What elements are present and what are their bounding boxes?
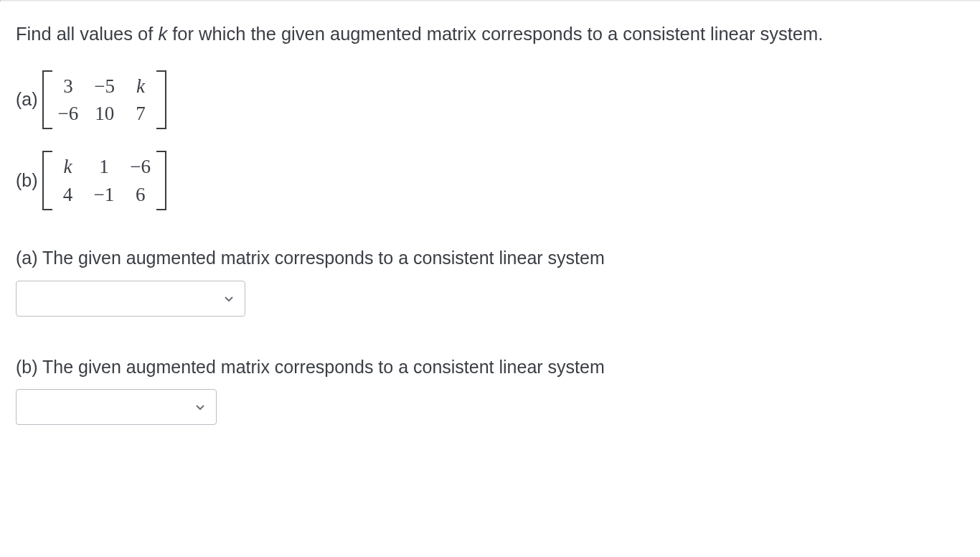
question-variable-k: k [158, 24, 167, 44]
chevron-down-icon [194, 401, 206, 413]
question-text-prefix: Find all values of [16, 24, 158, 44]
matrix-b-grid: k 1 −6 4 −1 6 [52, 151, 156, 210]
matrix-b: k 1 −6 4 −1 6 [42, 151, 166, 210]
answer-a-select[interactable] [16, 281, 245, 317]
matrix-a: 3 −5 k −6 10 7 [42, 70, 166, 130]
bracket-left-icon [42, 70, 52, 130]
matrix-a-r2c3: 7 [131, 102, 151, 125]
matrix-a-grid: 3 −5 k −6 10 7 [52, 70, 156, 130]
matrix-b-r1c2: 1 [94, 155, 115, 178]
matrix-b-r2c2: −1 [94, 183, 115, 206]
matrix-part-b: (b) k 1 −6 4 −1 6 [16, 151, 964, 210]
chevron-down-icon [223, 293, 235, 304]
part-a-label: (a) [16, 89, 38, 110]
matrix-part-a: (a) 3 −5 k −6 10 7 [16, 70, 964, 130]
answer-b-prompt: (b) The given augmented matrix correspon… [16, 354, 964, 381]
question-content: Find all values of k for which the given… [0, 1, 980, 425]
bracket-right-icon [156, 151, 166, 210]
part-b-label: (b) [16, 170, 38, 191]
matrix-a-r2c1: −6 [58, 102, 79, 125]
matrix-b-r2c1: 4 [58, 183, 78, 206]
answer-block-a: (a) The given augmented matrix correspon… [16, 245, 964, 317]
matrix-a-r1c3: k [131, 75, 151, 98]
answer-block-b: (b) The given augmented matrix correspon… [16, 354, 964, 426]
matrix-a-r1c1: 3 [58, 75, 79, 98]
matrix-a-r1c2: −5 [94, 75, 115, 98]
bracket-left-icon [42, 151, 52, 210]
question-text-suffix: for which the given augmented matrix cor… [167, 24, 823, 44]
answer-b-select[interactable] [16, 389, 217, 425]
matrix-b-r1c1: k [58, 155, 78, 178]
bracket-right-icon [156, 70, 166, 130]
matrix-b-r2c3: 6 [130, 183, 151, 206]
question-prompt: Find all values of k for which the given… [16, 20, 964, 49]
matrix-b-r1c3: −6 [130, 155, 151, 178]
answer-a-prompt: (a) The given augmented matrix correspon… [16, 245, 964, 272]
matrix-a-r2c2: 10 [94, 102, 115, 125]
